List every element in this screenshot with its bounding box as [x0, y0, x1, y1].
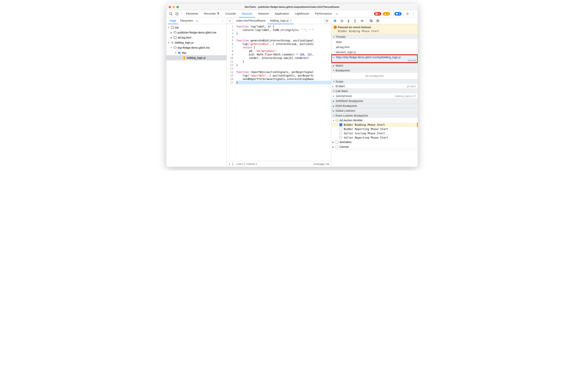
- pause-on-exceptions-icon[interactable]: [375, 18, 380, 23]
- svg-rect-4: [396, 13, 398, 14]
- tree-item-bidding-logic[interactable]: bidding_logic.js: [166, 55, 226, 60]
- breakpoints-empty: No breakpoints: [331, 73, 418, 79]
- checkbox[interactable]: [339, 124, 342, 126]
- breakpoints-header[interactable]: ▼Breakpoints: [331, 68, 418, 73]
- editor-tab-bidding-logic[interactable]: bidding_logic.js×: [268, 18, 294, 24]
- more-tabs-icon[interactable]: »: [335, 12, 339, 16]
- sidebar-tab-page[interactable]: Page: [168, 18, 178, 24]
- titlebar: DevTools - publisher-fledge-demo.glitch.…: [166, 4, 418, 10]
- frame-icon: [173, 36, 177, 39]
- warning-count-badge[interactable]: 1: [383, 12, 390, 16]
- checkbox[interactable]: [339, 128, 342, 130]
- event-listener-item[interactable]: Bidder Reporting Phase Start: [331, 127, 418, 131]
- tab-lighthouse[interactable]: Lighthouse: [292, 10, 312, 18]
- checkbox[interactable]: [339, 132, 342, 135]
- code-editor[interactable]: 1234567891011121314151617 function log(l…: [227, 24, 331, 161]
- svg-point-8: [172, 42, 173, 43]
- close-tab-icon[interactable]: ×: [290, 19, 291, 22]
- tab-application[interactable]: Application: [272, 10, 292, 18]
- tree-item-domain2[interactable]: ▼dsp-fledge-demo.glitch.me: [166, 45, 226, 50]
- xhr-breakpoints-header[interactable]: ▶XHR/fetch Breakpoints: [331, 99, 418, 103]
- checkbox[interactable]: [339, 136, 342, 139]
- beaker-icon: ⚗: [217, 12, 219, 16]
- svg-point-13: [355, 22, 355, 22]
- tree-item-worklet[interactable]: ▼bidding_logic.js: [166, 40, 226, 45]
- minimize-window-button[interactable]: [173, 6, 175, 8]
- tab-console[interactable]: Console: [222, 10, 238, 18]
- global-listeners-header[interactable]: ▶Global Listeners: [331, 108, 418, 113]
- tree-item-adtag[interactable]: ▶ad-tag.html: [166, 35, 226, 40]
- svg-rect-16: [377, 20, 378, 22]
- coverage-status: Coverage: n/a: [313, 162, 329, 166]
- svg-point-15: [376, 19, 379, 22]
- scope-header[interactable]: ▼Scope: [331, 79, 418, 84]
- message-count-badge[interactable]: 1: [394, 12, 402, 16]
- callstack-frame[interactable]: ➔ (anonymous) bidding_logic.js:17: [331, 94, 418, 98]
- step-out-icon[interactable]: [353, 18, 357, 23]
- checkbox-group[interactable]: [336, 119, 338, 122]
- inspect-element-icon[interactable]: [168, 11, 174, 17]
- threads-header[interactable]: ▼Threads: [331, 34, 418, 39]
- deactivate-breakpoints-icon[interactable]: [369, 18, 374, 23]
- svg-rect-10: [334, 20, 335, 22]
- watch-header[interactable]: ▶Watch: [331, 63, 418, 68]
- nav-back-icon[interactable]: [228, 18, 233, 23]
- event-listener-item[interactable]: Seller Scoring Phase Start: [331, 131, 418, 136]
- kebab-menu-icon[interactable]: ⋮: [411, 11, 416, 16]
- thread-item[interactable]: decision_logic.js: [331, 50, 418, 55]
- tree-item-top[interactable]: ▼top: [166, 25, 226, 30]
- tab-network[interactable]: Network: [255, 10, 272, 18]
- current-thread-arrow-icon: ➔: [332, 56, 334, 59]
- main-tab-bar: Elements Recorder⚗ Console Sources Netwo…: [166, 10, 418, 18]
- frame-icon: [171, 26, 174, 29]
- debugger-pane: iPaused on event listener Bidder Bidding…: [331, 18, 418, 167]
- event-listener-item[interactable]: Seller Reporting Phase Start: [331, 136, 418, 140]
- format-code-icon[interactable]: { }: [229, 162, 233, 166]
- tab-elements[interactable]: Elements: [183, 10, 201, 18]
- close-window-button[interactable]: [169, 6, 171, 8]
- thread-item[interactable]: Main: [331, 40, 418, 44]
- device-toolbar-icon[interactable]: [174, 11, 180, 17]
- step-icon[interactable]: [359, 18, 364, 23]
- step-over-icon[interactable]: [339, 18, 344, 23]
- event-listener-bp-header[interactable]: ▼Event Listener Breakpoints: [331, 113, 418, 118]
- settings-gear-icon[interactable]: [405, 11, 410, 16]
- sidebar-more-tabs-icon[interactable]: »: [195, 19, 199, 22]
- event-listener-item[interactable]: Bidder Bidding Phase Start: [331, 122, 418, 127]
- run-snippet-icon[interactable]: [325, 18, 330, 23]
- svg-point-14: [363, 20, 363, 21]
- tab-sources[interactable]: Sources: [239, 10, 255, 18]
- svg-rect-7: [174, 36, 176, 39]
- dom-breakpoints-header[interactable]: ▶DOM Breakpoints: [331, 104, 418, 108]
- resume-button[interactable]: [333, 18, 338, 23]
- svg-rect-2: [177, 13, 178, 15]
- editor-tab-index[interactable]: index.html?fencedframe: [234, 18, 268, 24]
- checkbox[interactable]: [336, 141, 338, 144]
- error-count-badge[interactable]: 1: [374, 12, 381, 16]
- sidebar-kebab-icon[interactable]: ⋮: [220, 18, 225, 23]
- svg-point-5: [407, 13, 408, 14]
- gear-icon: [171, 41, 174, 44]
- step-into-icon[interactable]: [346, 18, 351, 23]
- tab-performance[interactable]: Performance: [312, 10, 334, 18]
- event-group-animation[interactable]: ▶Animation: [331, 140, 418, 144]
- checkbox[interactable]: [336, 146, 338, 148]
- info-icon: i: [334, 26, 337, 29]
- thread-item[interactable]: ad-tag.html: [331, 44, 418, 50]
- svg-point-12: [348, 22, 349, 22]
- zoom-window-button[interactable]: [176, 6, 179, 8]
- event-group-ad-auction[interactable]: ▼Ad Auction Worklet: [331, 118, 418, 122]
- callstack-header[interactable]: ▼Call Stack: [331, 89, 418, 94]
- tab-recorder[interactable]: Recorder⚗: [201, 10, 222, 18]
- file-icon: [183, 56, 186, 60]
- scope-global[interactable]: ▶Globalglobal: [331, 84, 418, 88]
- tree-item-domain1[interactable]: ▶publisher-fledge-demo.glitch.me: [166, 30, 226, 35]
- thread-item-current[interactable]: ➔ https://dsp-fledge-demo.glitch.me/dsp/…: [331, 55, 418, 63]
- tree-item-folder-dsp[interactable]: ▼dsp: [166, 50, 226, 55]
- editor-statusbar: { } Line 17, Column 2 Coverage: n/a: [227, 161, 331, 167]
- editor-area: index.html?fencedframe bidding_logic.js×…: [227, 18, 331, 167]
- cloud-icon: [173, 46, 177, 50]
- event-group-canvas[interactable]: ▶Canvas: [331, 144, 418, 149]
- svg-point-11: [341, 21, 342, 22]
- sidebar-tab-filesystem[interactable]: Filesystem: [178, 18, 195, 24]
